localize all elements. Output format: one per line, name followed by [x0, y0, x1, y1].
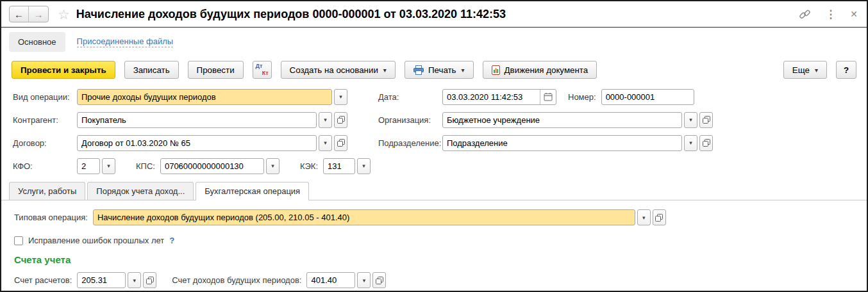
- row-operation-type: Вид операции: Дата: Номер:: [13, 88, 867, 105]
- print-button[interactable]: Печать: [405, 61, 474, 79]
- kfo-dropdown-icon[interactable]: [102, 158, 115, 174]
- deferred-income-account-label: Счет доходов будущих периодов:: [172, 275, 301, 285]
- typical-operation-label: Типовая операция:: [14, 213, 88, 222]
- kfo-input[interactable]: [77, 158, 100, 174]
- dt-kt-button[interactable]: ДтКт: [253, 61, 272, 79]
- forward-button[interactable]: →: [29, 6, 48, 22]
- kek-label: КЭК:: [300, 161, 318, 171]
- typical-operation-open-icon[interactable]: [653, 209, 666, 225]
- nav-tab-main[interactable]: Основное: [9, 32, 65, 52]
- date-input[interactable]: [442, 89, 556, 105]
- row-contract: Договор: Подразделение:: [13, 134, 867, 151]
- department-dropdown-icon[interactable]: [684, 135, 697, 151]
- counterparty-dropdown-icon[interactable]: [319, 112, 332, 128]
- post-button[interactable]: Провести: [188, 61, 244, 79]
- kps-dropdown-icon[interactable]: [266, 158, 280, 174]
- number-label: Номер:: [568, 92, 596, 102]
- deferred-income-account-open-icon[interactable]: [372, 272, 386, 288]
- settlement-account-open-icon[interactable]: [143, 272, 156, 288]
- close-icon[interactable]: ✕: [850, 9, 858, 19]
- department-label: Подразделение:: [378, 138, 442, 148]
- command-bar: Провести и закрыть Записать Провести ДтК…: [1, 56, 867, 83]
- number-input[interactable]: [601, 89, 694, 105]
- counterparty-label: Контрагент:: [13, 115, 77, 125]
- favorite-star-icon[interactable]: ☆: [58, 8, 70, 21]
- row-typical-operation: Типовая операция:: [14, 209, 867, 225]
- row-accounts: Счет расчетов: Счет доходов будущих пери…: [14, 272, 867, 288]
- contract-label: Договор:: [13, 138, 77, 148]
- create-based-on-button[interactable]: Создать на основании: [281, 61, 396, 79]
- history-nav: ← →: [9, 6, 49, 22]
- contract-input[interactable]: [77, 135, 317, 151]
- date-label: Дата:: [378, 92, 442, 102]
- contract-open-icon[interactable]: [334, 135, 347, 151]
- help-button[interactable]: ?: [836, 61, 856, 79]
- typical-operation-input[interactable]: [93, 209, 635, 225]
- kek-input[interactable]: [323, 158, 355, 174]
- back-button[interactable]: ←: [10, 6, 29, 22]
- settlement-account-input[interactable]: [77, 272, 126, 288]
- counterparty-open-icon[interactable]: [334, 112, 347, 128]
- error-correction-help-icon[interactable]: ?: [169, 236, 174, 245]
- document-tabstrip: Услуги, работы Порядок учета доход... Бу…: [1, 181, 867, 200]
- document-header-form: Вид операции: Дата: Номер:: [1, 83, 867, 174]
- organization-input[interactable]: [442, 112, 682, 128]
- settlement-account-dropdown-icon[interactable]: [128, 272, 141, 288]
- get-link-icon[interactable]: [799, 8, 811, 20]
- settlement-account-label: Счет расчетов:: [14, 275, 72, 285]
- printer-icon: [413, 65, 424, 75]
- error-correction-checkbox[interactable]: [14, 236, 23, 245]
- organization-open-icon[interactable]: [699, 112, 713, 128]
- write-button[interactable]: Записать: [124, 61, 179, 79]
- tab-services[interactable]: Услуги, работы: [9, 182, 85, 200]
- kps-input[interactable]: [160, 158, 264, 174]
- more-menu-icon[interactable]: ⋮: [825, 8, 836, 21]
- row-codes: КФО: КПС: КЭК:: [13, 158, 867, 174]
- accounts-group-heading: Счета учета: [14, 254, 867, 265]
- error-correction-label: Исправление ошибок прошлых лет: [28, 236, 164, 245]
- operation-type-input[interactable]: [77, 89, 332, 105]
- operation-type-label: Вид операции:: [13, 92, 77, 102]
- deferred-income-account-dropdown-icon[interactable]: [357, 272, 371, 288]
- page-title: Начисление доходов будущих периодов 0000…: [76, 8, 506, 21]
- kek-dropdown-icon[interactable]: [357, 158, 371, 174]
- kps-label: КПС:: [136, 161, 155, 171]
- nav-row: Основное Присоединенные файлы: [1, 28, 867, 56]
- department-input[interactable]: [442, 135, 682, 151]
- contract-dropdown-icon[interactable]: [319, 135, 332, 151]
- tab-income-order[interactable]: Порядок учета доход...: [87, 182, 194, 200]
- deferred-income-account-input[interactable]: [306, 272, 355, 288]
- accounting-operation-panel: Типовая операция: Исправление ошибок про…: [1, 200, 867, 288]
- more-button[interactable]: Еще: [783, 61, 827, 79]
- department-open-icon[interactable]: [699, 135, 713, 151]
- kfo-label: КФО:: [13, 161, 77, 171]
- operation-type-dropdown-icon[interactable]: [334, 89, 347, 105]
- row-counterparty: Контрагент: Организация:: [13, 111, 867, 128]
- typical-operation-dropdown-icon[interactable]: [637, 209, 651, 225]
- calendar-icon[interactable]: [540, 90, 556, 104]
- counterparty-input[interactable]: [77, 112, 317, 128]
- document-window: ← → ☆ Начисление доходов будущих периодо…: [0, 0, 868, 292]
- tab-accounting-operation[interactable]: Бухгалтерская операция: [196, 182, 309, 200]
- organization-label: Организация:: [378, 115, 442, 125]
- nav-link-attached-files[interactable]: Присоединенные файлы: [77, 36, 174, 47]
- document-movements-icon: [492, 65, 500, 75]
- row-error-correction: Исправление ошибок прошлых лет ?: [14, 236, 867, 245]
- forward-arrow-icon: →: [34, 9, 44, 20]
- back-arrow-icon: ←: [14, 9, 24, 20]
- document-movements-button[interactable]: Движения документа: [483, 61, 597, 79]
- title-bar: ← → ☆ Начисление доходов будущих периодо…: [1, 1, 867, 28]
- post-and-close-button[interactable]: Провести и закрыть: [12, 61, 115, 79]
- organization-dropdown-icon[interactable]: [684, 112, 697, 128]
- dt-kt-icon: ДтКт: [256, 63, 269, 76]
